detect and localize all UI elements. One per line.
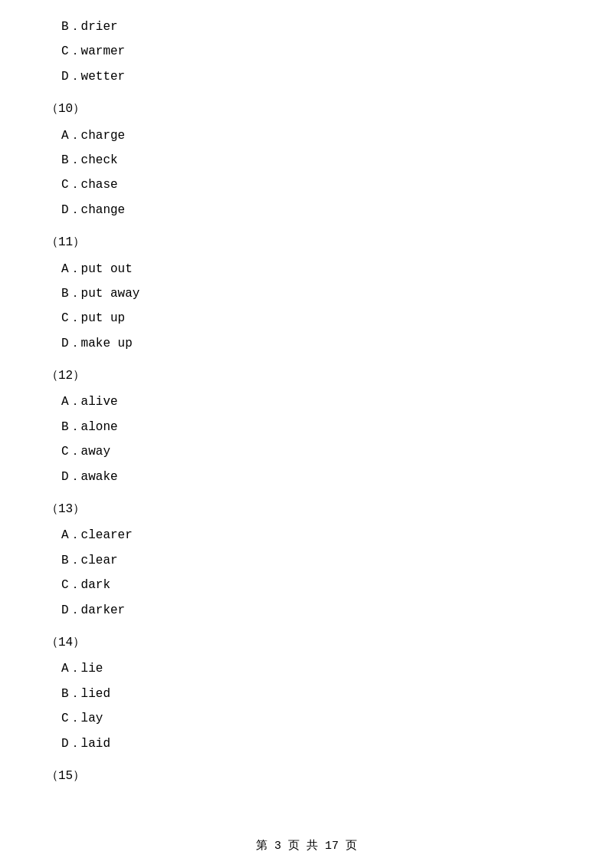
option-line: A．put out bbox=[46, 258, 567, 281]
option-line: D．laid bbox=[46, 732, 567, 755]
option-line: C．dark bbox=[46, 574, 567, 597]
option-line: B．check bbox=[46, 149, 567, 172]
option-line: C．chase bbox=[46, 173, 567, 196]
option-line: D．wetter bbox=[46, 65, 567, 88]
option-line: A．alive bbox=[46, 390, 567, 413]
option-line: D．make up bbox=[46, 332, 567, 355]
option-line: A．charge bbox=[46, 124, 567, 147]
option-line: A．clearer bbox=[46, 524, 567, 547]
option-line: B．alone bbox=[46, 416, 567, 439]
option-line: C．away bbox=[46, 440, 567, 463]
option-line: D．awake bbox=[46, 465, 567, 488]
question-number: （14） bbox=[46, 631, 567, 654]
option-line: D．change bbox=[46, 199, 567, 222]
footer-text: 第 3 页 共 17 页 bbox=[256, 840, 357, 853]
option-line: B．put away bbox=[46, 282, 567, 305]
question-number: （10） bbox=[46, 97, 567, 120]
question-number: （13） bbox=[46, 498, 567, 521]
question-number: （11） bbox=[46, 231, 567, 254]
option-line: B．clear bbox=[46, 549, 567, 572]
question-number: （15） bbox=[46, 764, 567, 787]
option-line: C．lay bbox=[46, 707, 567, 730]
option-line: D．darker bbox=[46, 599, 567, 622]
option-line: C．put up bbox=[46, 307, 567, 330]
option-line: C．warmer bbox=[46, 40, 567, 63]
page-footer: 第 3 页 共 17 页 bbox=[0, 838, 613, 853]
main-content: B．drierC．warmerD．wetter（10）A．chargeB．che… bbox=[0, 0, 613, 837]
option-line: B．drier bbox=[46, 15, 567, 38]
option-line: B．lied bbox=[46, 682, 567, 705]
question-number: （12） bbox=[46, 364, 567, 387]
option-line: A．lie bbox=[46, 657, 567, 680]
